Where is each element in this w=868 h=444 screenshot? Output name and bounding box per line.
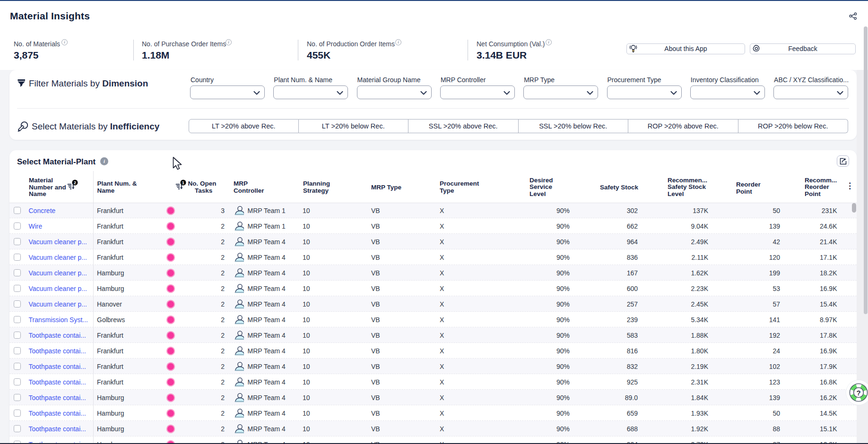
- svg-text:2: 2: [74, 180, 76, 185]
- svg-text:?: ?: [856, 389, 860, 397]
- svg-text:1: 1: [182, 180, 185, 185]
